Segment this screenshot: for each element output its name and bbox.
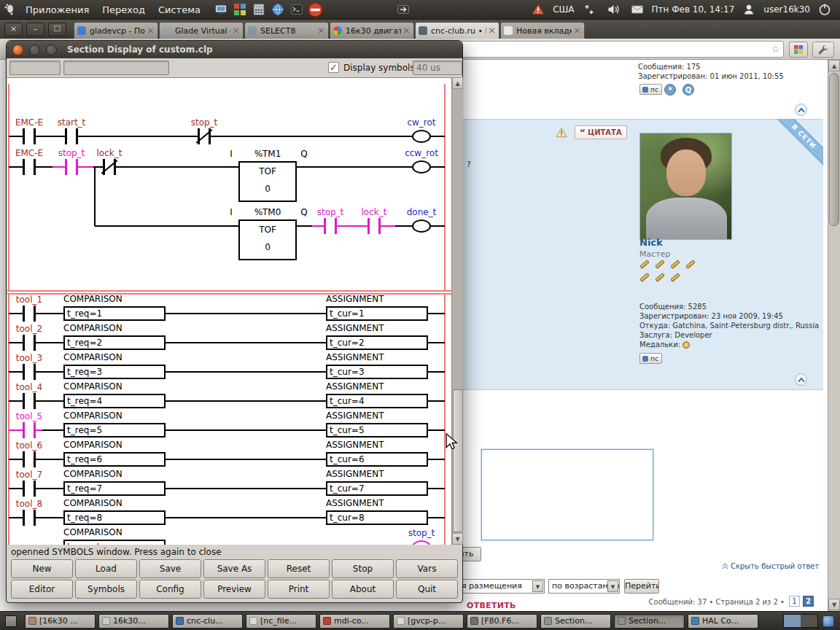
quick-reply-textarea[interactable] xyxy=(481,449,653,540)
menu-places[interactable]: Переход xyxy=(96,0,152,19)
window-close-button[interactable] xyxy=(12,44,23,55)
ladder-scrollbar[interactable]: ▲ ▼ xyxy=(451,77,463,545)
keyboard-layout-indicator[interactable]: США xyxy=(553,4,574,15)
pm-badge[interactable]: пс xyxy=(639,84,662,95)
tab-close-button[interactable]: × xyxy=(147,26,155,35)
tab-close-button[interactable]: × xyxy=(402,26,411,35)
scrollbar-thumb[interactable] xyxy=(453,389,463,532)
browser-scrollbar[interactable]: ▲ ▼ xyxy=(828,60,840,611)
terminal-icon[interactable] xyxy=(289,1,305,18)
bookmark-star-icon[interactable]: ☆ xyxy=(771,43,780,55)
taskbar-window-button[interactable]: HAL Co... xyxy=(688,614,758,629)
ladder-button-about[interactable]: About xyxy=(332,580,394,599)
page-link-1[interactable]: 1 xyxy=(789,596,800,607)
screenshot-icon[interactable] xyxy=(213,1,229,18)
section-name-field[interactable] xyxy=(63,61,169,75)
calculator-icon[interactable] xyxy=(251,1,267,18)
power-icon[interactable] xyxy=(817,1,833,18)
browser-tab[interactable]: Новая вкладка× xyxy=(500,22,585,39)
report-post-icon[interactable] xyxy=(556,127,567,141)
window-minimize-button[interactable] xyxy=(29,44,40,55)
taskbar-window-button[interactable]: 16k30... xyxy=(98,614,169,629)
ladder-button-quit[interactable]: Quit xyxy=(396,580,458,599)
ladder-button-save[interactable]: Save xyxy=(139,559,201,578)
workspace-switcher[interactable] xyxy=(783,614,818,628)
blocked-icon[interactable] xyxy=(308,1,324,18)
tab-favicon xyxy=(504,26,513,35)
workspace-2[interactable] xyxy=(801,615,817,627)
q-badge[interactable]: Q xyxy=(682,84,694,96)
extension-button[interactable] xyxy=(789,42,808,58)
volume-icon[interactable] xyxy=(605,1,621,18)
scroll-top-button[interactable] xyxy=(795,373,807,386)
sort-direction-select[interactable]: по возрастанию▼ xyxy=(548,579,620,594)
ladder-button-print[interactable]: Print xyxy=(268,580,330,599)
scroll-up-arrow[interactable]: ▲ xyxy=(828,60,840,71)
palette-icon[interactable] xyxy=(232,1,248,18)
show-desktop-icon[interactable] xyxy=(5,615,17,627)
taskbar-window-button[interactable]: mdi-co... xyxy=(319,614,390,629)
tab-close-button[interactable]: × xyxy=(488,26,496,35)
scrollbar-thumb[interactable] xyxy=(829,73,839,226)
browser-tab[interactable]: gladevcp - Поиск в× xyxy=(74,22,158,39)
username-indicator[interactable]: user16k30 xyxy=(763,4,810,15)
tab-close-button[interactable]: × xyxy=(573,26,581,35)
ladder-button-preview[interactable]: Preview xyxy=(203,580,265,599)
ladder-button-stop[interactable]: Stop xyxy=(332,559,394,578)
hide-quick-reply-link[interactable]: Скрыть быстрый ответ xyxy=(722,562,819,570)
menu-applications[interactable]: Приложения xyxy=(19,0,96,19)
awards-row xyxy=(639,260,696,266)
scroll-top-button[interactable] xyxy=(795,104,807,116)
notification-icon[interactable] xyxy=(822,615,834,627)
tab-close-button[interactable]: × xyxy=(317,26,325,35)
window-maximize-button[interactable]: ☐ xyxy=(48,23,66,36)
window-minimize-button[interactable]: – xyxy=(26,23,44,36)
ladder-button-save-as[interactable]: Save As xyxy=(203,559,265,578)
browser-tab[interactable]: Glade Virtual Contr× xyxy=(159,22,244,39)
ladder-button-editor[interactable]: Editor xyxy=(11,580,73,599)
distro-logo-icon[interactable] xyxy=(1,1,18,18)
display-symbols-checkbox[interactable]: ✓ xyxy=(328,62,339,73)
snowflake-badge[interactable]: * xyxy=(664,84,676,96)
window-switcher-icon[interactable] xyxy=(395,1,411,18)
scroll-up-arrow[interactable]: ▲ xyxy=(452,77,463,89)
pm-badge[interactable]: пс xyxy=(639,353,662,364)
window-maximize-button[interactable] xyxy=(46,44,57,55)
taskbar-window-button[interactable]: Section... xyxy=(614,614,685,629)
quote-button[interactable]: “ЦИТАТА xyxy=(575,125,627,139)
window-titlebar[interactable]: Section Display of custom.clp xyxy=(7,41,462,58)
poster-username-link[interactable]: Nick xyxy=(639,237,663,248)
mail-icon[interactable] xyxy=(629,1,645,18)
updown-arrows-icon[interactable] xyxy=(581,1,597,18)
taskbar-window-button[interactable]: [nc_file... xyxy=(246,614,316,629)
window-close-button[interactable]: × xyxy=(4,23,23,36)
taskbar-window-button[interactable]: [gvcp-p... xyxy=(393,614,464,629)
workspace-1[interactable] xyxy=(784,615,801,627)
go-button[interactable]: Перейти xyxy=(624,579,659,594)
browser-tab[interactable]: SELECT8× xyxy=(244,22,329,39)
taskbar-window-button[interactable]: Section... xyxy=(540,614,611,629)
ladder-button-reset[interactable]: Reset xyxy=(268,559,330,578)
scroll-down-arrow[interactable]: ▼ xyxy=(828,599,840,610)
ladder-button-new[interactable]: New xyxy=(11,559,73,578)
browser-tab[interactable]: 16к30 двигатель× xyxy=(330,22,414,39)
menu-system[interactable]: Система xyxy=(152,0,207,19)
post-reply-button[interactable]: ОТВЕТИТЬ xyxy=(467,601,516,610)
scan-time-field[interactable]: 40 us xyxy=(413,61,462,75)
browser-tab[interactable]: cnc-club.ru • Прос× xyxy=(415,22,499,39)
ladder-button-config[interactable]: Config xyxy=(139,580,201,599)
ladder-button-vars[interactable]: Vars xyxy=(396,559,458,578)
taskbar-window-button[interactable]: [16k30 ... xyxy=(25,614,96,629)
tab-close-button[interactable]: × xyxy=(232,26,240,35)
clock[interactable]: Птн Фев 10, 14:17 xyxy=(652,4,735,15)
tools-menu-button[interactable] xyxy=(812,42,834,58)
globe-icon[interactable] xyxy=(270,1,286,18)
sort-field-select[interactable]: я размещения▼ xyxy=(458,579,545,594)
scroll-down-arrow[interactable]: ▼ xyxy=(452,533,463,545)
ladder-button-load[interactable]: Load xyxy=(75,559,137,578)
taskbar-window-button[interactable]: cnc-clu... xyxy=(172,614,243,629)
taskbar-window-button[interactable]: [F80.F6... xyxy=(467,614,537,629)
section-combo-field[interactable] xyxy=(9,61,61,75)
warning-icon[interactable] xyxy=(530,1,546,18)
ladder-button-symbols[interactable]: Symbols xyxy=(75,580,137,599)
